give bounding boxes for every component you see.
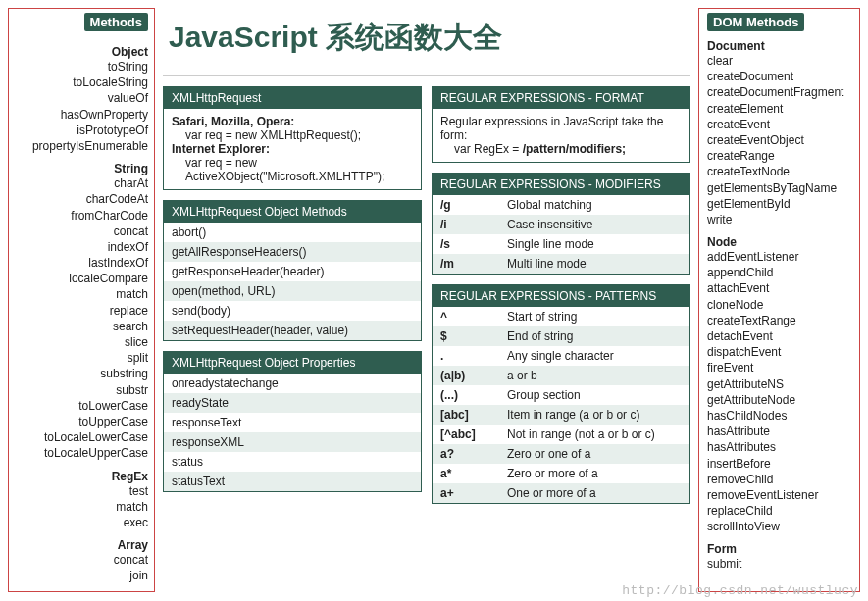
method-item: slice [15, 334, 148, 350]
regex-pattern-row-val: One or more of a [507, 486, 596, 500]
method-item: isPrototypeOf [15, 123, 148, 138]
regex-pattern-row: a?Zero or one of a [433, 444, 689, 464]
regex-pattern-row-key: ^ [440, 310, 497, 324]
regex-modifier-row-key: /m [440, 257, 497, 271]
regex-pattern-row: [^abc]Not in range (not a or b or c) [433, 425, 689, 444]
method-item: valueOf [15, 90, 148, 106]
dom-method-item: removeChild [707, 472, 853, 487]
dom-group-title: Node [707, 235, 853, 249]
regex-modifier-row: /iCase insensitive [433, 215, 689, 234]
dom-method-item: appendChild [707, 265, 853, 280]
dom-method-item: attachEvent [707, 280, 853, 296]
method-item: concat [15, 224, 148, 239]
xhr-method-row-text: send(body) [172, 304, 413, 318]
xhr-prop-row-text: readyState [172, 396, 413, 410]
regex-pattern-row-key: (a|b) [440, 369, 497, 382]
xhr-prop-row-text: status [172, 455, 413, 469]
dom-method-item: replaceChild [707, 503, 853, 519]
method-item: toLocaleLowerCase [15, 429, 148, 445]
method-item: replace [15, 303, 148, 319]
dom-method-item: removeEventListener [707, 487, 853, 503]
xhr-method-row-text: setRequestHeader(header, value) [172, 324, 413, 337]
regex-pattern-row-key: a+ [440, 486, 497, 500]
regex-pattern-row: (...)Group section [433, 385, 689, 405]
dom-group-title: Form [707, 542, 853, 556]
method-item: propertyIsEnumerable [15, 138, 148, 154]
regex-pattern-row-val: Zero or more of a [507, 467, 598, 480]
xhr-prop-row-text: onreadystatechange [172, 376, 413, 390]
main-content: JavaScript 系统函数大全 XMLHttpRequest Safari,… [163, 8, 690, 592]
regex-pattern-row: $End of string [433, 326, 689, 346]
methods-sidebar: Methods ObjecttoStringtoLocaleStringvalu… [8, 8, 155, 592]
method-item: substring [15, 366, 148, 381]
xhr-prop-row-text: responseXML [172, 435, 413, 449]
dom-method-item: createEventObject [707, 132, 853, 148]
regex-pattern-row-key: a* [440, 467, 497, 480]
dom-method-item: createDocumentFragment [707, 84, 853, 100]
regex-modifier-row: /sSingle line mode [433, 234, 689, 254]
method-item: match [15, 286, 148, 302]
method-item: search [15, 319, 148, 334]
regex-modifier-row-key: /s [440, 237, 497, 251]
method-item: concat [15, 552, 148, 568]
dom-method-item: insertBefore [707, 456, 853, 472]
regex-pattern-row-val: Start of string [507, 310, 577, 324]
xhr-prop-row: responseText [164, 413, 421, 432]
dom-method-item: getElementsByTagName [707, 180, 853, 196]
method-group-title: Array [15, 538, 148, 552]
method-item: hasOwnProperty [15, 107, 148, 123]
dom-methods-header: DOM Methods [707, 13, 804, 31]
regex-modifiers-header: REGULAR EXPRESSIONS - MODIFIERS [433, 174, 689, 195]
regex-format-body: Regular expressions in JavaScript take t… [433, 109, 689, 162]
dom-method-item: hasChildNodes [707, 408, 853, 424]
xhr-browsers-2: Internet Explorer: [172, 142, 270, 156]
dom-method-item: submit [707, 556, 853, 572]
regex-pattern-row: .Any single character [433, 346, 689, 366]
method-item: substr [15, 382, 148, 398]
regex-modifier-row-val: Multi line mode [507, 257, 587, 271]
regex-pattern-row-val: Any single character [507, 349, 614, 363]
xhr-method-row: setRequestHeader(header, value) [164, 321, 421, 340]
method-item: charCodeAt [15, 191, 148, 207]
regex-pattern-row-val: Zero or one of a [507, 447, 590, 461]
regex-format-code-b: /pattern/modifiers; [523, 142, 626, 156]
regex-pattern-row-val: a or b [507, 369, 537, 382]
dom-method-item: createEvent [707, 117, 853, 132]
regex-pattern-row: [abc]Item in range (a or b or c) [433, 405, 689, 425]
regex-modifier-row: /gGlobal matching [433, 195, 689, 215]
regex-pattern-row-val: Group section [507, 388, 581, 402]
regex-modifier-row-val: Single line mode [507, 237, 594, 251]
xhr-code-2b: ActiveXObject("Microsoft.XMLHTTP"); [172, 170, 413, 183]
regex-patterns-panel: REGULAR EXPRESSIONS - PATTERNS ^Start of… [432, 284, 690, 504]
dom-method-item: getAttributeNS [707, 376, 853, 392]
method-item: exec [15, 515, 148, 530]
regex-pattern-row-key: . [440, 349, 497, 363]
xhr-prop-row: status [164, 452, 421, 472]
dom-method-item: createTextNode [707, 164, 853, 179]
xhr-prop-row: readyState [164, 393, 421, 413]
regex-modifier-row: /mMulti line mode [433, 254, 689, 274]
method-item: test [15, 483, 148, 499]
method-item: toString [15, 59, 148, 75]
regex-modifier-row-val: Global matching [507, 198, 592, 212]
method-item: toLocaleString [15, 75, 148, 90]
xhr-methods-header: XMLHttpRequest Object Methods [164, 201, 421, 223]
xhr-prop-row: onreadystatechange [164, 374, 421, 393]
dom-method-item: getElementById [707, 196, 853, 212]
dom-method-item: clear [707, 53, 853, 69]
regex-pattern-row-val: End of string [507, 329, 573, 343]
regex-modifier-row-key: /g [440, 198, 497, 212]
xhr-code-1: var req = new XMLHttpRequest(); [172, 128, 413, 142]
xhr-method-row-text: abort() [172, 225, 413, 239]
dom-method-item: createElement [707, 101, 853, 117]
regex-pattern-row-key: [abc] [440, 408, 497, 422]
xhr-method-row-text: open(method, URL) [172, 284, 413, 298]
dom-method-item: createTextRange [707, 313, 853, 328]
regex-pattern-row: a+One or more of a [433, 483, 689, 503]
dom-method-item: fireEvent [707, 360, 853, 376]
regex-pattern-row: (a|b)a or b [433, 366, 689, 385]
dom-method-item: addEventListener [707, 249, 853, 265]
regex-modifier-row-key: /i [440, 218, 497, 231]
regex-modifier-row-val: Case insensitive [507, 218, 592, 231]
regex-format-text: Regular expressions in JavaScript take t… [440, 115, 682, 142]
